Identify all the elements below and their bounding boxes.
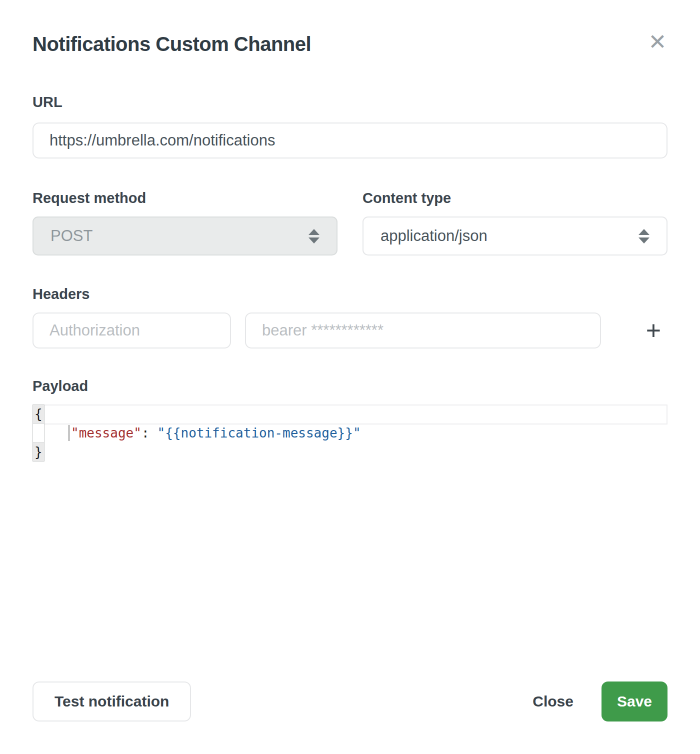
request-method-value: POST [50,227,92,245]
page-title: Notifications Custom Channel [32,33,668,56]
header-name-input[interactable] [32,312,231,348]
content-type-value: application/json [380,227,488,245]
header-value-input[interactable] [245,312,601,348]
notification-channel-modal: Notifications Custom Channel ✕ URL Reque… [0,0,700,754]
select-arrows-icon [308,229,320,244]
json-value: "{{notification-message}}" [158,424,361,442]
editor-gutter [32,424,44,442]
test-notification-button[interactable]: Test notification [32,682,191,722]
url-input[interactable] [32,122,668,158]
request-method-label: Request method [32,190,338,206]
payload-line-2: "message" : "{{notification-message}}" [32,424,668,442]
url-label: URL [32,94,668,110]
modal-header: Notifications Custom Channel ✕ [32,0,668,56]
active-line-box [32,404,668,424]
headers-row: + [32,312,668,348]
modal-footer: Test notification Close Save [32,682,668,722]
close-brace: } [32,442,44,462]
close-icon[interactable]: ✕ [646,30,670,54]
content-type-label: Content type [362,190,668,206]
payload-label: Payload [32,378,668,394]
select-arrows-icon [638,229,650,244]
payload-line-1: { [32,404,668,424]
text-cursor [68,425,70,441]
open-brace: { [32,404,44,424]
json-colon: : [142,424,150,442]
headers-label: Headers [32,286,668,302]
payload-editor[interactable]: { "message" : "{{notification-message}}"… [32,404,668,462]
request-method-select[interactable]: POST [32,216,338,256]
payload-line-3: } [32,442,668,462]
save-button[interactable]: Save [602,682,668,722]
close-button[interactable]: Close [532,682,574,722]
json-property: "message" [71,424,142,442]
content-type-select[interactable]: application/json [362,216,668,256]
add-header-icon[interactable]: + [640,316,668,344]
